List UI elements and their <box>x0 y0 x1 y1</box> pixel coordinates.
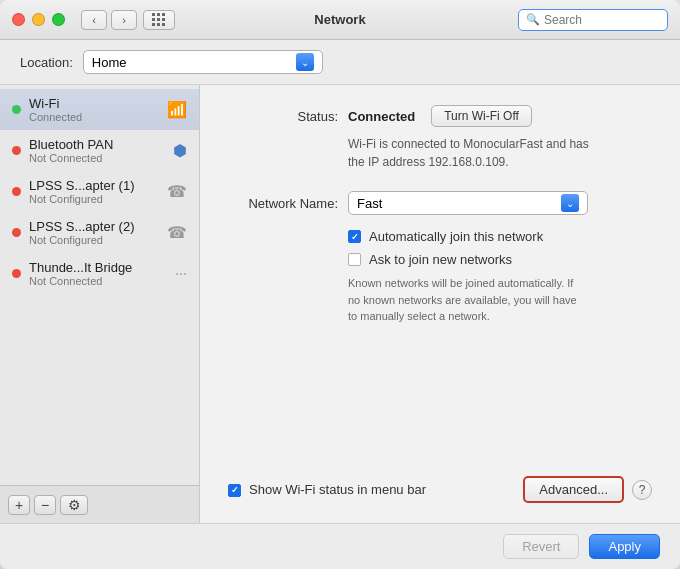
auto-join-row[interactable]: Automatically join this network <box>348 229 652 244</box>
maximize-button[interactable] <box>52 13 65 26</box>
wifi-name: Wi-Fi <box>29 96 161 111</box>
search-input[interactable] <box>544 13 660 27</box>
remove-network-button[interactable]: − <box>34 495 56 515</box>
network-name-arrow-icon: ⌄ <box>561 194 579 212</box>
ask-join-label: Ask to join new networks <box>369 252 512 267</box>
apply-button[interactable]: Apply <box>589 534 660 559</box>
add-network-button[interactable]: + <box>8 495 30 515</box>
auto-join-label: Automatically join this network <box>369 229 543 244</box>
lpss1-status-dot <box>12 187 21 196</box>
location-bar: Location: Home ⌄ <box>0 40 680 85</box>
location-value: Home <box>92 55 127 70</box>
bluetooth-name: Bluetooth PAN <box>29 137 167 152</box>
lpss1-icon: ☎ <box>167 182 187 201</box>
location-arrow-icon: ⌄ <box>296 53 314 71</box>
wifi-status: Connected <box>29 111 161 123</box>
bluetooth-icon: ⬢ <box>173 141 187 160</box>
ask-join-checkbox[interactable] <box>348 253 361 266</box>
network-name-row: Network Name: Fast ⌄ <box>228 191 652 215</box>
lpss1-status: Not Configured <box>29 193 161 205</box>
status-desc: Wi-Fi is connected to MonocularFast and … <box>348 135 652 171</box>
lpss1-name: LPSS S...apter (1) <box>29 178 161 193</box>
lpss2-status-dot <box>12 228 21 237</box>
join-hint: Known networks will be joined automatica… <box>348 275 652 325</box>
bluetooth-status-dot <box>12 146 21 155</box>
close-button[interactable] <box>12 13 25 26</box>
help-button[interactable]: ? <box>632 480 652 500</box>
location-label: Location: <box>20 55 73 70</box>
window-title: Network <box>314 12 365 27</box>
minimize-button[interactable] <box>32 13 45 26</box>
sidebar-item-thunderbolt[interactable]: Thunde...It Bridge Not Connected ⋯ <box>0 253 199 294</box>
advanced-button[interactable]: Advanced... <box>523 476 624 503</box>
lpss2-icon: ☎ <box>167 223 187 242</box>
show-wifi-row[interactable]: Show Wi-Fi status in menu bar <box>228 482 426 497</box>
show-wifi-checkbox[interactable] <box>228 484 241 497</box>
status-value: Connected <box>348 109 415 124</box>
thunderbolt-icon: ⋯ <box>175 267 187 281</box>
network-name-select[interactable]: Fast ⌄ <box>348 191 588 215</box>
nav-buttons: ‹ › <box>81 10 137 30</box>
network-name-label: Network Name: <box>228 196 338 211</box>
main-content: Wi-Fi Connected 📶 Bluetooth PAN Not Conn… <box>0 85 680 523</box>
ask-join-row[interactable]: Ask to join new networks <box>348 252 652 267</box>
turn-wifi-button[interactable]: Turn Wi-Fi Off <box>431 105 532 127</box>
location-select[interactable]: Home ⌄ <box>83 50 323 74</box>
sidebar: Wi-Fi Connected 📶 Bluetooth PAN Not Conn… <box>0 85 200 523</box>
grid-button[interactable] <box>143 10 175 30</box>
network-gear-button[interactable]: ⚙ <box>60 495 88 515</box>
back-button[interactable]: ‹ <box>81 10 107 30</box>
bluetooth-status: Not Connected <box>29 152 167 164</box>
footer: Revert Apply <box>0 523 680 569</box>
auto-join-checkbox[interactable] <box>348 230 361 243</box>
forward-button[interactable]: › <box>111 10 137 30</box>
status-label: Status: <box>228 109 338 124</box>
thunderbolt-status-dot <box>12 269 21 278</box>
status-row: Status: Connected Turn Wi-Fi Off <box>228 105 652 127</box>
sidebar-item-bluetooth[interactable]: Bluetooth PAN Not Connected ⬢ <box>0 130 199 171</box>
show-wifi-label: Show Wi-Fi status in menu bar <box>249 482 426 497</box>
revert-button[interactable]: Revert <box>503 534 579 559</box>
detail-panel: Status: Connected Turn Wi-Fi Off Wi-Fi i… <box>200 85 680 523</box>
traffic-lights <box>12 13 65 26</box>
titlebar: ‹ › Network 🔍 <box>0 0 680 40</box>
wifi-icon: 📶 <box>167 100 187 119</box>
bottom-bar: Show Wi-Fi status in menu bar Advanced..… <box>228 466 652 503</box>
thunderbolt-name: Thunde...It Bridge <box>29 260 169 275</box>
sidebar-toolbar: + − ⚙ <box>0 485 199 523</box>
thunderbolt-status: Not Connected <box>29 275 169 287</box>
lpss2-status: Not Configured <box>29 234 161 246</box>
sidebar-item-wifi[interactable]: Wi-Fi Connected 📶 <box>0 89 199 130</box>
wifi-status-dot <box>12 105 21 114</box>
sidebar-list: Wi-Fi Connected 📶 Bluetooth PAN Not Conn… <box>0 85 199 485</box>
network-window: ‹ › Network 🔍 Location: Home ⌄ <box>0 0 680 569</box>
sidebar-item-lpss2[interactable]: LPSS S...apter (2) Not Configured ☎ <box>0 212 199 253</box>
search-icon: 🔍 <box>526 13 540 26</box>
lpss2-name: LPSS S...apter (2) <box>29 219 161 234</box>
network-name-value: Fast <box>357 196 382 211</box>
search-box[interactable]: 🔍 <box>518 9 668 31</box>
sidebar-item-lpss1[interactable]: LPSS S...apter (1) Not Configured ☎ <box>0 171 199 212</box>
